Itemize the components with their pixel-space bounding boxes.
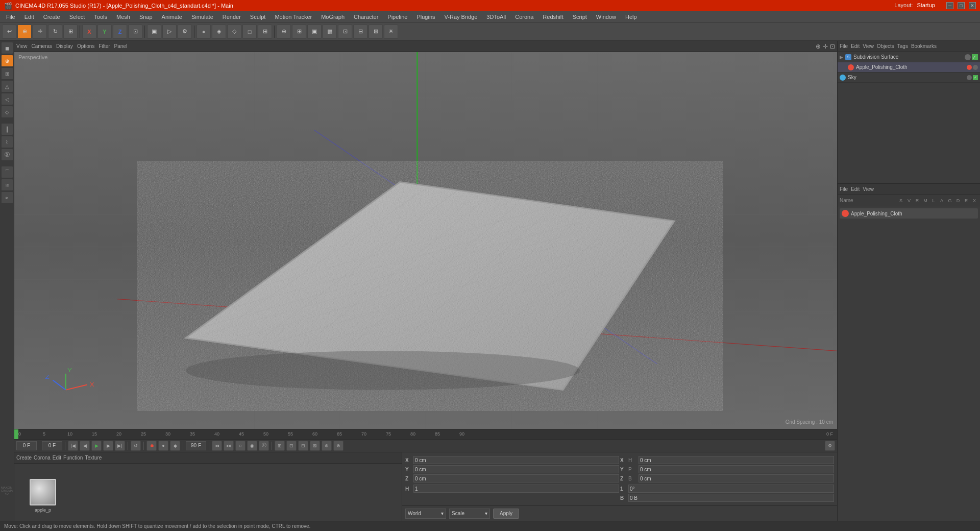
- menu-window[interactable]: Window: [592, 13, 620, 21]
- menu-vray[interactable]: V-Ray Bridge: [440, 13, 482, 21]
- obj-menu-view[interactable]: View: [863, 43, 874, 49]
- menu-mograph[interactable]: MoGraph: [317, 13, 349, 21]
- mat-menu-create[interactable]: Create: [16, 455, 32, 461]
- menu-plugins[interactable]: Plugins: [412, 13, 439, 21]
- vp-menu-options[interactable]: Options: [77, 43, 94, 49]
- minimize-button[interactable]: ─: [946, 2, 953, 9]
- menu-file[interactable]: File: [2, 13, 19, 21]
- frame-end-input[interactable]: [186, 441, 206, 450]
- play-goto-end[interactable]: ▶|: [115, 441, 125, 451]
- left-tool-3[interactable]: ⊞: [1, 67, 13, 80]
- menu-pipeline[interactable]: Pipeline: [383, 13, 411, 21]
- coord-x-input[interactable]: [413, 456, 619, 464]
- play-btn-extra5[interactable]: Ⓟ: [259, 441, 269, 451]
- left-tool-12[interactable]: ≈: [1, 191, 13, 204]
- play-btn-extra2[interactable]: ⏭: [224, 441, 234, 451]
- left-tool-model[interactable]: ◼: [1, 42, 13, 54]
- left-tool-active[interactable]: ⊕: [1, 55, 13, 67]
- play-btn-extra4[interactable]: ◉: [247, 441, 257, 451]
- material-swatch-apple[interactable]: [30, 479, 56, 505]
- left-tool-7[interactable]: ┃: [1, 123, 13, 135]
- obj-ctrl-check[interactable]: ✓: [972, 54, 978, 60]
- coord-p-input[interactable]: [639, 465, 834, 473]
- coord-y-input[interactable]: [413, 465, 619, 473]
- attr-menu-file[interactable]: File: [840, 186, 848, 192]
- tool-obj-mode[interactable]: ●: [197, 25, 211, 39]
- vp-icon-2[interactable]: ✛: [823, 43, 828, 50]
- play-forward[interactable]: ▶: [91, 441, 102, 451]
- obj-menu-tags[interactable]: Tags: [897, 43, 908, 49]
- tool-render-view[interactable]: ▷: [162, 25, 177, 39]
- tool-display2[interactable]: ▩: [323, 25, 337, 39]
- left-tool-10[interactable]: ⌒: [1, 166, 13, 178]
- obj-ctrl-gray[interactable]: [973, 65, 978, 70]
- mat-menu-function[interactable]: Function: [63, 455, 83, 461]
- tool-scale[interactable]: ⊞: [63, 25, 78, 39]
- menu-animate[interactable]: Animate: [158, 13, 186, 21]
- tool-uv-mode[interactable]: ⊞: [258, 25, 272, 39]
- play-prev-frame[interactable]: ◀: [80, 441, 90, 451]
- menu-snap[interactable]: Snap: [135, 13, 157, 21]
- obj-menu-objects[interactable]: Objects: [877, 43, 894, 49]
- left-tool-6[interactable]: ◇: [1, 106, 13, 118]
- left-tool-4[interactable]: △: [1, 80, 13, 92]
- coord-h-input[interactable]: [639, 456, 834, 464]
- obj-menu-bookmarks[interactable]: Bookmarks: [911, 43, 937, 49]
- tool-snap[interactable]: ⊕: [277, 25, 291, 39]
- tool-world[interactable]: ⊡: [128, 25, 142, 39]
- menu-create[interactable]: Create: [39, 13, 64, 21]
- menu-select[interactable]: Select: [65, 13, 89, 21]
- menu-help[interactable]: Help: [621, 13, 641, 21]
- menu-edit[interactable]: Edit: [20, 13, 38, 21]
- play-loop[interactable]: ↺: [131, 441, 141, 451]
- vp-icon-1[interactable]: ⊕: [816, 43, 821, 50]
- play-btn-extra11[interactable]: ⊗: [333, 441, 344, 451]
- tool-x[interactable]: X: [82, 25, 96, 39]
- attr-menu-view[interactable]: View: [863, 186, 874, 192]
- play-btn-extra8[interactable]: ⊟: [298, 441, 308, 451]
- menu-sculpt[interactable]: Sculpt: [246, 13, 270, 21]
- tool-display3[interactable]: ⊡: [338, 25, 352, 39]
- play-goto-start[interactable]: |◀: [68, 441, 78, 451]
- play-btn-extra3[interactable]: ○: [235, 441, 246, 451]
- timeline[interactable]: 0 5 10 15 20 25 30 35 40 45 50 55 60 65 …: [14, 429, 837, 440]
- obj-ctrl-sky2[interactable]: ✓: [973, 75, 978, 80]
- maximize-button[interactable]: □: [958, 2, 965, 9]
- obj-ctrl-sky1[interactable]: [967, 75, 972, 80]
- obj-ctrl-red[interactable]: [967, 65, 972, 70]
- menu-script[interactable]: Script: [569, 13, 591, 21]
- coord-size-1-input[interactable]: [628, 485, 834, 493]
- viewport[interactable]: View Cameras Display Options Filter Pane…: [14, 41, 837, 429]
- tool-grid[interactable]: ⊞: [292, 25, 306, 39]
- frame-current-input[interactable]: [42, 441, 62, 450]
- obj-menu-edit[interactable]: Edit: [851, 43, 860, 49]
- coord-b-input[interactable]: [639, 474, 834, 482]
- play-record[interactable]: ⏺: [146, 441, 157, 451]
- vp-menu-display[interactable]: Display: [56, 43, 73, 49]
- coord-size-h-input[interactable]: [413, 485, 619, 493]
- mat-menu-edit[interactable]: Edit: [53, 455, 61, 461]
- left-tool-8[interactable]: ⌇: [1, 136, 13, 148]
- obj-menu-file[interactable]: File: [840, 43, 848, 49]
- tool-display1[interactable]: ▣: [307, 25, 322, 39]
- obj-ctrl-dot1[interactable]: [965, 54, 971, 60]
- tool-undo[interactable]: ↩: [2, 25, 16, 39]
- play-settings[interactable]: ⚙: [825, 441, 835, 451]
- attr-menu-edit[interactable]: Edit: [851, 186, 860, 192]
- mat-menu-corona[interactable]: Corona: [34, 455, 51, 461]
- tool-edge-mode[interactable]: ◇: [227, 25, 241, 39]
- vp-menu-panel[interactable]: Panel: [114, 43, 128, 49]
- tool-move[interactable]: ✛: [33, 25, 47, 39]
- obj-item-subdivision[interactable]: ▶ S Subdivision Surface ✓: [838, 52, 980, 62]
- menu-corona[interactable]: Corona: [511, 13, 537, 21]
- vp-menu-filter[interactable]: Filter: [99, 43, 110, 49]
- tool-rotate[interactable]: ↻: [48, 25, 62, 39]
- tool-poly-mode[interactable]: □: [242, 25, 257, 39]
- vp-icon-3[interactable]: ⊡: [830, 43, 835, 50]
- tool-render-region[interactable]: ▣: [147, 25, 161, 39]
- menu-simulate[interactable]: Simulate: [187, 13, 217, 21]
- menu-tools[interactable]: Tools: [90, 13, 111, 21]
- coord-b2-input[interactable]: [628, 494, 834, 502]
- menu-mesh[interactable]: Mesh: [112, 13, 134, 21]
- scale-dropdown[interactable]: Scale ▾: [449, 509, 490, 519]
